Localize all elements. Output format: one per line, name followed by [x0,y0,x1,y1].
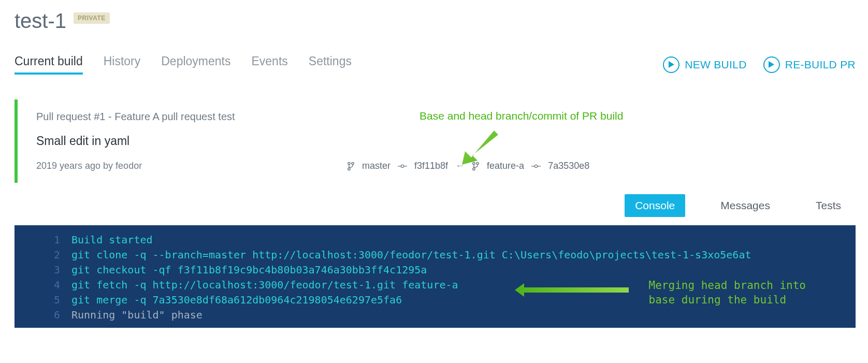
project-title: test-1 [15,9,66,33]
branch-icon [347,162,355,171]
new-build-label: NEW BUILD [685,59,746,71]
svg-point-4 [348,168,350,170]
line-text: git clone -q --branch=master http://loca… [71,248,751,263]
annotation-bottom: Merging head branch into base during the… [649,278,806,308]
console-line: 6Running "build" phase [15,308,856,323]
console-line: 2git clone -q --branch=master http://loc… [15,248,856,263]
line-number: 4 [15,278,71,293]
annotation-top: Base and head branch/commit of PR build [419,110,623,122]
line-text: git merge -q 7a3530e8df68a612db0964c2198… [71,293,402,308]
line-number: 5 [15,293,71,308]
line-number: 2 [15,248,71,263]
rebuild-pr-button[interactable]: RE-BUILD PR [763,56,856,73]
line-text: Build started [71,233,153,248]
svg-point-2 [348,162,350,164]
svg-marker-1 [769,61,774,68]
play-icon [763,56,780,73]
line-text: git checkout -qf f3f11b8f19c9bc4b80b03a7… [71,263,427,278]
tab-tests[interactable]: Tests [805,194,851,217]
play-icon [663,56,679,73]
head-commit[interactable]: 7a3530e8 [548,161,589,171]
svg-marker-15 [515,283,629,297]
svg-point-11 [535,165,538,167]
main-tabs: Current build History Deployments Events… [15,54,352,75]
tab-deployments[interactable]: Deployments [161,54,230,75]
console-line: 1Build started [15,233,856,248]
tab-history[interactable]: History [104,54,141,75]
line-number: 3 [15,263,71,278]
console-line: 3git checkout -qf f3f11b8f19c9bc4b80b03a… [15,263,856,278]
svg-marker-0 [669,61,674,68]
base-commit[interactable]: f3f11b8f [414,161,448,171]
privacy-badge: PRIVATE [74,12,110,24]
base-branch[interactable]: master [362,161,390,171]
svg-marker-14 [462,130,498,165]
annotation-arrow-icon [515,283,629,297]
tab-settings[interactable]: Settings [309,54,352,75]
line-text: Running "build" phase [71,308,202,323]
new-build-button[interactable]: NEW BUILD [663,56,746,73]
svg-point-5 [401,165,403,167]
tab-console[interactable]: Console [625,194,685,217]
commit-icon [398,163,407,169]
commit-icon [531,163,541,169]
tab-events[interactable]: Events [251,54,287,75]
line-text: git fetch -q http://localhost:3000/feodo… [71,278,458,293]
tab-messages[interactable]: Messages [710,194,780,217]
line-number: 1 [15,233,71,248]
svg-point-3 [352,162,354,164]
build-time-author: 2019 years ago by feodor [36,161,347,171]
annotation-arrow-icon [457,128,503,165]
commit-message: Small edit in yaml [36,134,856,148]
tab-current-build[interactable]: Current build [15,54,83,75]
line-number: 6 [15,308,71,323]
console-output[interactable]: 1Build started2git clone -q --branch=mas… [15,225,856,328]
output-tabs: Console Messages Tests [15,194,856,217]
rebuild-pr-label: RE-BUILD PR [785,59,856,71]
svg-point-10 [473,168,475,170]
build-card: Pull request #1 - Feature A pull request… [15,99,856,183]
